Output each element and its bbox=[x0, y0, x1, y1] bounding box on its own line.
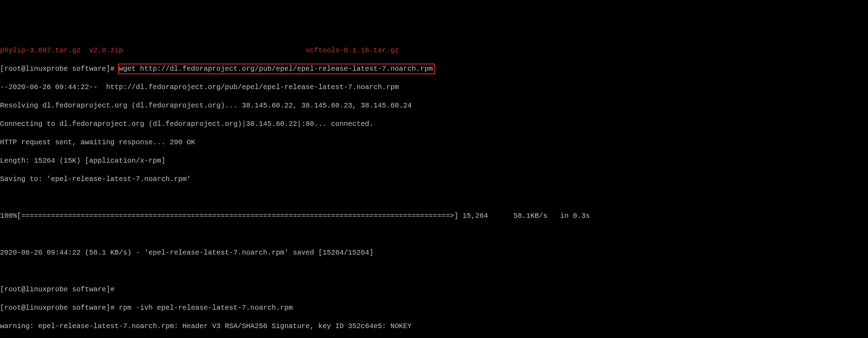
prompt-empty: [root@linuxprobe software]# bbox=[0, 285, 868, 294]
blank-line bbox=[0, 267, 868, 276]
wget-done: 2020-06-26 09:44:22 (58.1 KB/s) - 'epel-… bbox=[0, 248, 868, 257]
file-v20zip: v2.0.zip bbox=[89, 46, 123, 54]
terminal[interactable]: phylip-3.697.tar.gz v2.0.zip vcftools-0.… bbox=[0, 37, 868, 338]
wget-command: wget http://dl.fedoraproject.org/pub/epe… bbox=[119, 65, 433, 73]
prompt: [root@linuxprobe software]# bbox=[0, 304, 119, 312]
prompt: [root@linuxprobe software]# bbox=[0, 65, 119, 73]
blank-line bbox=[0, 230, 868, 239]
wget-output-line: HTTP request sent, awaiting response... … bbox=[0, 138, 868, 147]
wget-progress: 100%[===================================… bbox=[0, 211, 868, 221]
rpm-command: rpm -ivh epel-release-latest-7.noarch.rp… bbox=[119, 304, 293, 312]
highlight-wget-cmd: wget http://dl.fedoraproject.org/pub/epe… bbox=[118, 64, 435, 74]
wget-output-line: Saving to: 'epel-release-latest-7.noarch… bbox=[0, 175, 868, 184]
file-phylip-tar: phylip-3.697.tar.gz bbox=[0, 46, 81, 54]
file-vcftools-tar: vcftools-0.1.16.tar.gz bbox=[305, 46, 399, 54]
blank-line bbox=[0, 193, 868, 202]
wget-output-line: Resolving dl.fedoraproject.org (dl.fedor… bbox=[0, 101, 868, 110]
prompt-wget-line: [root@linuxprobe software]# wget http://… bbox=[0, 64, 868, 74]
file-listing-prev: phylip-3.697.tar.gz v2.0.zip vcftools-0.… bbox=[0, 46, 868, 55]
wget-output-line: Length: 15264 (15K) [application/x-rpm] bbox=[0, 156, 868, 165]
wget-output-line: Connecting to dl.fedoraproject.org (dl.f… bbox=[0, 120, 868, 129]
prompt-rpm-line: [root@linuxprobe software]# rpm -ivh epe… bbox=[0, 303, 868, 313]
rpm-output-warning: warning: epel-release-latest-7.noarch.rp… bbox=[0, 322, 868, 331]
wget-output-line: --2020-06-26 09:44:22-- http://dl.fedora… bbox=[0, 83, 868, 92]
